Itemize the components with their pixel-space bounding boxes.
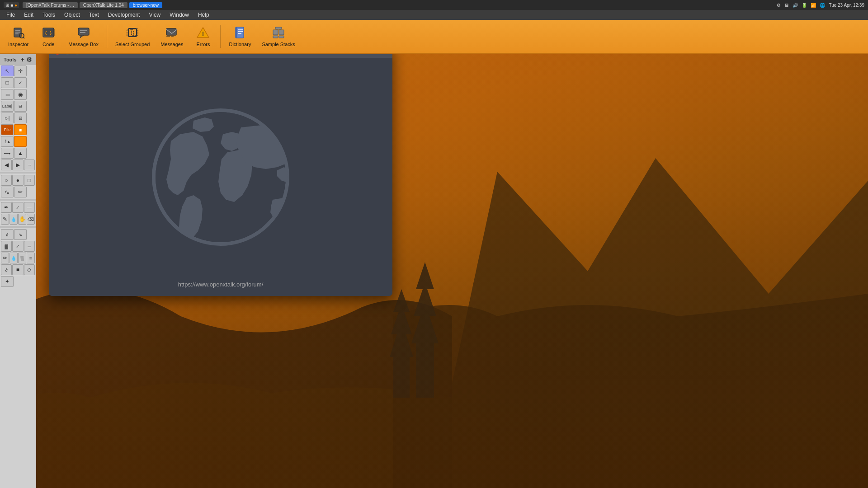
toolbar-code-btn[interactable]: { } Code [35,24,62,49]
browser-window: ✕ browser-new [49,45,392,296]
dictionary-icon [234,26,246,41]
taskbar-window-lite[interactable]: OpenXTalk Lite 1.04 [80,2,127,8]
tool-orange-box[interactable]: ■ [14,124,27,135]
toolbar-errors-btn[interactable]: ! Errors [189,24,217,49]
svg-rect-30 [279,36,284,38]
toolrow-15: ▓ ✓ ═ [0,240,36,252]
tool-curve3[interactable]: ∂ [1,264,12,275]
selectgrouped-icon [126,26,139,41]
tool-dash[interactable]: — [24,202,35,213]
taskbar-icon-1: ⊞ [5,3,9,8]
tool-rect-empty[interactable]: □ [1,77,14,88]
tool-rect-draw[interactable]: □ [24,175,35,186]
tool-label[interactable]: Labe| [1,101,14,112]
tool-star[interactable]: ✦ [1,276,14,287]
tool-up-arrow[interactable]: ▲ [14,148,27,159]
menu-window[interactable]: Window [165,11,193,19]
taskbar-window-forums[interactable]: [OpenXTalk Forums - ... [23,2,78,8]
tool-player[interactable]: ▷| [1,113,14,123]
menu-help[interactable]: Help [193,11,214,19]
toolrow-2: □ ✓ [0,77,36,89]
samplestacks-label: Sample Stacks [262,42,295,47]
taskbar: ⊞ ■ ● [OpenXTalk Forums - ... OpenXTalk … [0,0,868,10]
tool-field[interactable]: ⊟ [14,101,27,112]
system-tray: ⚙ 🖥 🔊 🔋 📶 🌐 Tue 23 Apr, 12:39 [777,3,864,8]
taskbar-left: ⊞ ■ ● [4,2,19,8]
tool-lasso[interactable]: ∂ [1,229,14,240]
tool-check-line[interactable]: ✓ [12,241,23,252]
svg-text:{ }: { } [45,31,52,35]
tool-check[interactable]: ✓ [14,77,27,88]
tool-rubber[interactable]: ⌫ [27,214,35,225]
toolrow-10: ○ ● □ [0,174,36,186]
menu-object[interactable]: Object [60,11,85,19]
toolbox-gear-icon[interactable]: ⚙ [26,56,32,63]
tool-scrollbar[interactable]: ⊟ [14,113,27,123]
tool-play-fwd[interactable]: ▶ [12,160,23,170]
tool-pen2[interactable]: ✏ [1,253,9,263]
tool-dropper2[interactable]: 💧 [9,253,18,263]
toolbox-add-icon[interactable]: + [21,56,24,63]
tray-settings-icon: ⚙ [777,3,781,8]
tool-radio[interactable]: ◉ [14,89,27,100]
taskbar-window-area: [OpenXTalk Forums - ... OpenXTalk Lite 1… [23,2,773,8]
dictionary-label: Dictionary [229,42,251,47]
tool-spinner[interactable]: 1 ▲ [1,136,14,147]
menubar: File Edit Tools Object Text Development … [0,10,868,20]
svg-rect-10 [78,28,89,35]
toolbox-divider-1 [0,172,36,174]
tool-file-ctrl[interactable]: File [1,124,14,135]
taskbar-sys-indicators: ⊞ ■ ● [4,2,19,8]
toolrow-3: ▭ ◉ [0,89,36,100]
tool-pencil-sm[interactable]: ✎ [1,214,9,225]
tool-hand[interactable]: ✋ [18,214,26,225]
tool-three-dots[interactable]: ⋯ [24,160,35,170]
tool-rounded-rect[interactable]: ▭ [1,89,14,100]
tool-circle-filled[interactable]: ● [12,175,23,186]
toolbar-selectgrouped-btn[interactable]: Select Grouped [111,24,154,49]
svg-marker-11 [80,35,84,38]
messagebox-label: Message Box [68,42,99,47]
toolrow-7: 1 ▲ [0,136,36,147]
browser-url: https://www.openxtalk.org/forum/ [178,281,264,288]
tool-diamond[interactable]: ◇ [24,264,35,275]
menu-text[interactable]: Text [85,11,104,19]
tool-circle-empty[interactable]: ○ [1,175,12,186]
tool-pencil-curve[interactable]: ✏ [14,187,27,197]
tool-color-swatch[interactable] [14,136,27,147]
toolbar-samplestacks-btn[interactable]: Sample Stacks [257,24,299,49]
toolbar-messages-btn[interactable]: Messages [156,24,188,49]
tool-curve-draw[interactable]: ∿ [1,187,14,197]
menu-file[interactable]: File [2,11,19,19]
toolrow-12: ✒ ✓ — [0,202,36,213]
tool-move[interactable]: ✛ [14,66,27,76]
menu-development[interactable]: Development [104,11,145,19]
tool-blur[interactable]: ▒ [18,253,26,263]
tool-zigzag2[interactable]: ∿ [14,229,27,240]
tool-slider-h[interactable]: ━━● [1,148,14,159]
toolrow-14: ∂ ∿ [0,229,36,240]
tool-fill2[interactable]: ■ [12,264,23,275]
messages-icon [165,26,178,41]
tool-fill-pattern[interactable]: ▓ [1,241,12,252]
tool-check-sm[interactable]: ✓ [12,202,23,213]
taskbar-window-browser[interactable]: browser-new [129,2,162,8]
tool-scroll-left[interactable]: ◀ [1,160,12,170]
globe-container [135,91,307,263]
toolbar-messagebox-btn[interactable]: Message Box [64,24,103,49]
svg-rect-17 [166,28,176,35]
tool-dropper[interactable]: 💧 [9,214,18,225]
toolbar-dictionary-btn[interactable]: Dictionary [224,24,255,49]
tool-pointer[interactable]: ↖ [1,66,14,76]
menu-tools[interactable]: Tools [38,11,60,19]
menu-view[interactable]: View [144,11,165,19]
code-icon: { } [42,26,55,41]
menu-edit[interactable]: Edit [19,11,38,19]
tool-thick-dash[interactable]: ═ [24,241,35,252]
tool-pen[interactable]: ✒ [1,202,12,213]
toolrow-18: ✦ [0,276,36,287]
tool-scroll3[interactable]: ≡ [27,253,35,263]
toolbar-inspector-btn[interactable]: Inspector [4,24,33,49]
inspector-icon [12,26,25,41]
svg-rect-29 [273,36,278,38]
